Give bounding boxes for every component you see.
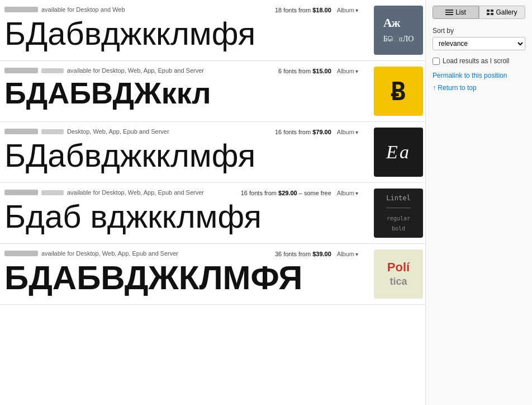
font-entry-1: available for Desktop and Web 18 fonts f… (0, 0, 425, 61)
font-entry-text-4: available for Desktop, Web, App, Epub an… (4, 189, 367, 234)
font-entry-5: available for Desktop, Web, App, Epub an… (0, 244, 425, 305)
font-entry-4: available for Desktop, Web, App, Epub an… (0, 183, 425, 244)
svg-rect-5 (487, 13, 490, 15)
permalink-link[interactable]: Permalink to this position (433, 72, 525, 79)
font-entry-3: Desktop, Web, App, Epub and Server 16 fo… (0, 122, 425, 183)
thumb-text-4: Lintel──────regularbold (386, 193, 410, 233)
font-entry-text-2: available for Desktop, Web, App, Epub an… (4, 67, 367, 110)
font-entry-2: available for Desktop, Web, App, Epub an… (0, 61, 425, 122)
thumb-text-5: Política (387, 261, 410, 288)
load-results-row: Load results as I scroll (433, 57, 525, 65)
view-toggle: List Gallery (433, 6, 525, 19)
sidebar: List Gallery Sort by relevance name pric… (426, 0, 532, 405)
thumb-text-3: Ea (386, 142, 411, 163)
load-results-label: Load results as I scroll (443, 57, 509, 65)
font-entry-text-5: available for Desktop, Web, App, Epub an… (4, 249, 367, 296)
font-name-row-4: available for Desktop, Web, App, Epub an… (4, 189, 204, 196)
album-button-5[interactable]: Album (335, 249, 360, 258)
album-button-3[interactable]: Album (335, 128, 360, 136)
font-sample-2: БДАБВДЖккл (4, 77, 367, 110)
font-name-blurred-3 (4, 129, 38, 134)
svg-rect-6 (491, 13, 493, 15)
font-price-5: 36 fonts from $39.00 (275, 251, 331, 257)
sort-by-label: Sort by (433, 27, 525, 35)
font-entry-text-1: available for Desktop and Web 18 fonts f… (4, 6, 367, 51)
font-list: available for Desktop and Web 18 fonts f… (0, 0, 426, 405)
list-icon (445, 10, 453, 15)
font-name-blurred-2 (4, 68, 38, 73)
svg-rect-3 (487, 10, 490, 12)
font-name-blurred-4b (41, 190, 64, 195)
svg-rect-2 (445, 14, 453, 15)
font-availability-5: available for Desktop, Web, App, Epub an… (41, 250, 178, 257)
font-thumbnail-4: Lintel──────regularbold (374, 189, 423, 238)
font-price-3: 16 fonts from $79.00 (275, 129, 331, 135)
svg-rect-1 (445, 12, 453, 13)
album-button-1[interactable]: Album (335, 6, 360, 15)
gallery-view-button[interactable]: Gallery (479, 6, 525, 19)
font-price-1: 18 fonts from $18.00 (275, 7, 331, 13)
load-results-checkbox[interactable] (433, 58, 440, 65)
font-availability-4: available for Desktop, Web, App, Epub an… (67, 189, 204, 196)
font-thumbnail-5: Política (374, 249, 423, 299)
album-button-4[interactable]: Album (335, 189, 360, 197)
grid-icon (487, 10, 493, 15)
font-entry-text-3: Desktop, Web, App, Epub and Server 16 fo… (4, 128, 367, 173)
font-header-row-1: available for Desktop and Web 18 fonts f… (4, 6, 367, 15)
font-name-row-2: available for Desktop, Web, App, Epub an… (4, 67, 204, 74)
font-price-4: 16 fonts from $29.00 – some free (241, 190, 331, 196)
font-header-row-2: available for Desktop, Web, App, Epub an… (4, 67, 367, 76)
font-price-2: 6 fonts from $15.00 (278, 68, 331, 74)
thumb-text-2: Ƀ (391, 77, 406, 106)
font-name-row-5: available for Desktop, Web, App, Epub an… (4, 250, 178, 257)
font-availability-3: Desktop, Web, App, Epub and Server (67, 128, 169, 135)
font-name-row-3: Desktop, Web, App, Epub and Server (4, 128, 169, 135)
font-name-blurred-3b (41, 129, 64, 134)
svg-rect-0 (445, 10, 453, 11)
font-name-blurred-4 (4, 190, 38, 195)
svg-rect-4 (491, 10, 493, 12)
sort-select[interactable]: relevance name price newest (433, 37, 525, 50)
font-name-blurred-1 (4, 7, 38, 12)
font-header-row-5: available for Desktop, Web, App, Epub an… (4, 249, 367, 258)
font-name-blurred-5 (4, 251, 38, 256)
font-name-row-1: available for Desktop and Web (4, 6, 125, 13)
font-sample-3: БДабвджкклмфя (4, 138, 367, 173)
font-sample-5: БДАБВДЖКЛМФЯ (4, 260, 367, 296)
font-thumbnail-2: Ƀ (374, 67, 423, 116)
font-header-row-4: available for Desktop, Web, App, Epub an… (4, 189, 367, 197)
font-header-row-3: Desktop, Web, App, Epub and Server 16 fo… (4, 128, 367, 136)
thumb-text-1: АжБொЛО (383, 16, 414, 45)
font-availability-1: available for Desktop and Web (41, 6, 125, 13)
return-top-link[interactable]: ↑ Return to top (433, 84, 525, 92)
font-thumbnail-1: АжБொЛО (374, 6, 423, 55)
font-availability-2: available for Desktop, Web, App, Epub an… (67, 67, 204, 74)
list-view-button[interactable]: List (433, 6, 479, 19)
album-button-2[interactable]: Album (335, 67, 360, 76)
font-thumbnail-3: Ea (374, 128, 423, 177)
font-sample-4: Бдаб вджкклмфя (4, 199, 367, 234)
font-sample-1: БДабвджкклмфя (4, 16, 367, 51)
font-name-blurred-2b (41, 68, 64, 73)
